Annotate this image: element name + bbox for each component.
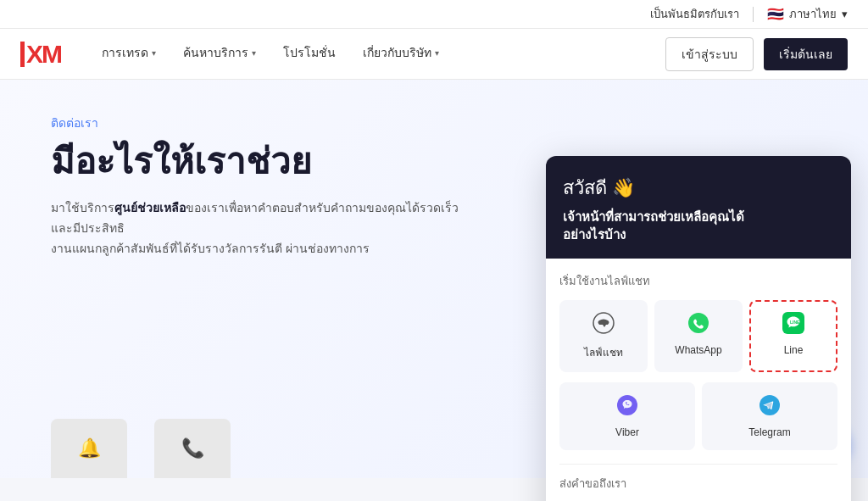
logo-text: XM	[26, 40, 61, 69]
whatsapp-icon	[687, 312, 709, 339]
logo-bar	[20, 42, 25, 67]
logo[interactable]: XM	[20, 40, 61, 69]
telegram-icon	[759, 394, 781, 421]
svg-text:LINE: LINE	[790, 320, 800, 325]
chat-options-grid-row2: Viber Telegram	[559, 382, 837, 450]
chat-body: เริ่มใช้งานไลฟ์แชท ไลฟ์แชท	[546, 259, 851, 501]
section-title-message: ส่งคำขอถึงเรา	[559, 475, 837, 493]
viber-option[interactable]: Viber	[559, 382, 695, 450]
bottom-icons: 🔔 📞	[51, 419, 244, 478]
line-option[interactable]: LINE Line	[749, 300, 837, 372]
start-button[interactable]: เริ่มต้นเลย	[764, 38, 848, 70]
bell-icon: 🔔	[78, 437, 101, 459]
partner-link[interactable]: เป็นพันธมิตรกับเรา	[650, 5, 739, 23]
nav-trading[interactable]: การเทรด ▾	[88, 29, 170, 80]
phone-icon-box[interactable]: 📞	[154, 419, 231, 478]
livechat-label: ไลฟ์แชท	[584, 344, 623, 360]
nav-services[interactable]: ค้นหาบริการ ▾	[170, 29, 270, 80]
main-content: ติดต่อเรา มีอะไรให้เราช่วย มาใช้บริการศู…	[0, 80, 868, 478]
topbar-divider	[753, 7, 754, 22]
chevron-down-icon: ▾	[842, 8, 848, 20]
section-title-livechat: เริ่มใช้งานไลฟ์แชท	[559, 272, 837, 290]
section-divider	[559, 464, 837, 465]
line-label: Line	[784, 344, 804, 356]
chat-greeting: สวัสดี 👋	[563, 173, 834, 203]
whatsapp-label: WhatsApp	[675, 344, 721, 356]
login-button[interactable]: เข้าสู่ระบบ	[665, 37, 754, 71]
nav-items: การเทรด ▾ ค้นหาบริการ ▾ โปรโมชั่น เกี่ยว…	[88, 29, 665, 80]
telegram-label: Telegram	[748, 426, 790, 438]
nav-promotions[interactable]: โปรโมชั่น	[270, 29, 349, 80]
chat-widget: สวัสดี 👋 เจ้าหน้าที่สามารถช่วยเหลือคุณได…	[546, 156, 851, 501]
viber-label: Viber	[615, 426, 639, 438]
topbar: เป็นพันธมิตรกับเรา 🇹🇭 ภาษาไทย ▾	[0, 0, 868, 29]
livechat-option[interactable]: ไลฟ์แชท	[559, 300, 648, 372]
chat-subtitle: เจ้าหน้าที่สามารถช่วยเหลือคุณได้ อย่างไร…	[563, 208, 834, 243]
chevron-down-icon: ▾	[152, 48, 156, 58]
phone-icon: 📞	[181, 437, 204, 459]
chat-options-grid-row1: ไลฟ์แชท WhatsApp	[559, 300, 837, 372]
nav-about[interactable]: เกี่ยวกับบริษัท ▾	[349, 29, 453, 80]
whatsapp-option[interactable]: WhatsApp	[654, 300, 743, 372]
contact-label: ติดต่อเรา	[51, 114, 817, 132]
telegram-option[interactable]: Telegram	[702, 382, 837, 450]
svg-point-1	[688, 313, 709, 333]
nav-right: เข้าสู่ระบบ เริ่มต้นเลย	[665, 37, 848, 71]
lang-label: ภาษาไทย	[789, 5, 837, 23]
main-description: มาใช้บริการศูนย์ช่วยเหลือของเราเพื่อหาคำ…	[51, 198, 475, 259]
notification-icon-box[interactable]: 🔔	[51, 419, 127, 478]
flag-icon: 🇹🇭	[767, 6, 784, 22]
language-selector[interactable]: 🇹🇭 ภาษาไทย ▾	[767, 5, 848, 23]
chevron-down-icon: ▾	[252, 48, 256, 58]
line-icon: LINE	[782, 312, 804, 339]
livechat-icon	[593, 312, 615, 339]
viber-icon	[616, 394, 638, 421]
chat-header: สวัสดี 👋 เจ้าหน้าที่สามารถช่วยเหลือคุณได…	[546, 156, 851, 259]
chevron-down-icon: ▾	[435, 48, 439, 58]
navbar: XM การเทรด ▾ ค้นหาบริการ ▾ โปรโมชั่น เกี…	[0, 29, 868, 80]
